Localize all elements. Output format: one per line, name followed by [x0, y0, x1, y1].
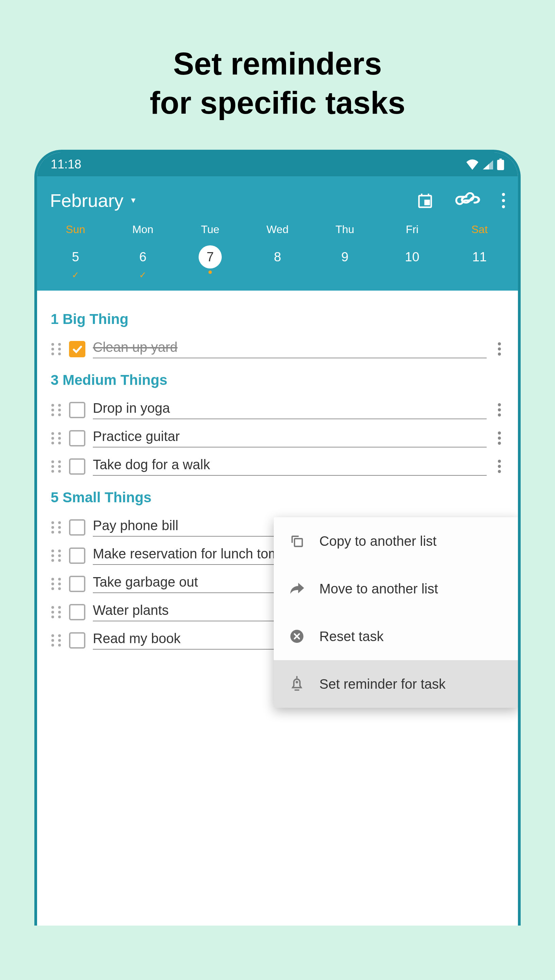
task-more-icon[interactable]: [494, 432, 504, 445]
check-icon: ✓: [72, 270, 79, 280]
task-row: Drop in yoga: [51, 400, 504, 419]
day-number: 11: [468, 245, 491, 268]
menu-remind-label: Set reminder for task: [319, 676, 446, 692]
copy-icon: [289, 533, 305, 549]
status-bar: 11:18: [37, 153, 518, 176]
hero-line1: Set reminders: [173, 46, 382, 81]
battery-icon: [497, 159, 504, 170]
task-checkbox[interactable]: [69, 402, 85, 418]
signal-icon: [482, 159, 494, 170]
day-column[interactable]: Fri10: [390, 223, 435, 280]
month-label: February: [50, 190, 124, 211]
section-medium-title: 3 Medium Things: [51, 372, 504, 388]
calendar-icon[interactable]: [417, 192, 433, 209]
menu-move-label: Move to another list: [319, 581, 438, 596]
status-time: 11:18: [51, 157, 81, 172]
day-number: 6: [131, 245, 154, 268]
task-checkbox[interactable]: [69, 519, 85, 536]
section-big-title: 1 Big Thing: [51, 311, 504, 327]
task-checkbox[interactable]: [69, 632, 85, 649]
svg-rect-3: [425, 201, 429, 204]
drag-handle-icon[interactable]: [51, 549, 61, 562]
selected-dot: [209, 270, 212, 274]
task-checkbox[interactable]: [69, 458, 85, 475]
task-row: Practice guitar: [51, 429, 504, 447]
day-label: Thu: [335, 223, 354, 236]
day-number: 10: [401, 245, 424, 268]
day-number: 8: [266, 245, 289, 268]
app-header: February ▼ Sun5✓Mon6✓Tue7Wed8Thu9Fri10Sa…: [37, 176, 518, 291]
task-text[interactable]: Drop in yoga: [93, 400, 487, 419]
drag-handle-icon[interactable]: [51, 578, 61, 590]
task-checkbox[interactable]: [69, 576, 85, 592]
menu-copy[interactable]: Copy to another list: [274, 517, 519, 565]
task-more-icon[interactable]: [494, 403, 504, 416]
chevron-down-icon: ▼: [130, 196, 137, 205]
day-number: 9: [333, 245, 356, 268]
status-icons: [465, 159, 504, 170]
task-checkbox[interactable]: [69, 341, 85, 357]
drag-handle-icon[interactable]: [51, 460, 61, 472]
day-number: 5: [64, 245, 87, 268]
week-row: Sun5✓Mon6✓Tue7Wed8Thu9Fri10Sat11: [50, 223, 505, 291]
day-label: Sun: [66, 223, 85, 236]
task-checkbox[interactable]: [69, 548, 85, 564]
task-checkbox[interactable]: [69, 430, 85, 447]
svg-rect-6: [295, 539, 302, 546]
task-row: Clean up yard: [51, 340, 504, 358]
more-icon[interactable]: [502, 193, 505, 208]
menu-copy-label: Copy to another list: [319, 533, 437, 549]
infinity-icon[interactable]: [460, 194, 480, 206]
svg-rect-0: [497, 160, 504, 170]
bell-icon: [289, 676, 305, 692]
menu-remind[interactable]: Set reminder for task: [274, 660, 519, 708]
hero-line2: for specific tasks: [150, 85, 405, 120]
x-circle-icon: [289, 628, 305, 644]
task-more-icon[interactable]: [494, 342, 504, 356]
menu-move[interactable]: Move to another list: [274, 565, 519, 612]
arrow-icon: [289, 580, 305, 597]
day-column[interactable]: Tue7: [188, 223, 233, 280]
day-label: Fri: [406, 223, 418, 236]
day-number: 7: [199, 245, 222, 268]
task-text[interactable]: Clean up yard: [93, 340, 487, 358]
drag-handle-icon[interactable]: [51, 606, 61, 618]
task-text[interactable]: Take dog for a walk: [93, 457, 487, 476]
check-icon: ✓: [139, 270, 147, 280]
wifi-icon: [465, 159, 479, 170]
day-label: Wed: [266, 223, 289, 236]
menu-reset-label: Reset task: [319, 629, 383, 644]
menu-reset[interactable]: Reset task: [274, 612, 519, 660]
drag-handle-icon[interactable]: [51, 634, 61, 646]
drag-handle-icon[interactable]: [51, 343, 61, 355]
task-context-menu: Copy to another list Move to another lis…: [274, 517, 519, 708]
svg-rect-1: [500, 159, 502, 160]
task-row: Take dog for a walk: [51, 457, 504, 476]
task-text[interactable]: Practice guitar: [93, 429, 487, 447]
day-column[interactable]: Mon6✓: [120, 223, 165, 280]
day-column[interactable]: Sun5✓: [53, 223, 98, 280]
drag-handle-icon[interactable]: [51, 521, 61, 533]
month-selector[interactable]: February ▼: [50, 190, 137, 211]
section-small-title: 5 Small Things: [51, 489, 504, 506]
day-label: Mon: [132, 223, 153, 236]
day-label: Sat: [472, 223, 488, 236]
day-column[interactable]: Wed8: [255, 223, 300, 280]
drag-handle-icon[interactable]: [51, 404, 61, 416]
day-column[interactable]: Sat11: [457, 223, 502, 280]
drag-handle-icon[interactable]: [51, 432, 61, 444]
hero-text: Set reminders for specific tasks: [0, 0, 555, 150]
task-checkbox[interactable]: [69, 604, 85, 620]
day-column[interactable]: Thu9: [322, 223, 367, 280]
day-label: Tue: [201, 223, 219, 236]
phone-frame: 11:18 February ▼: [34, 150, 521, 925]
task-more-icon[interactable]: [494, 460, 504, 473]
